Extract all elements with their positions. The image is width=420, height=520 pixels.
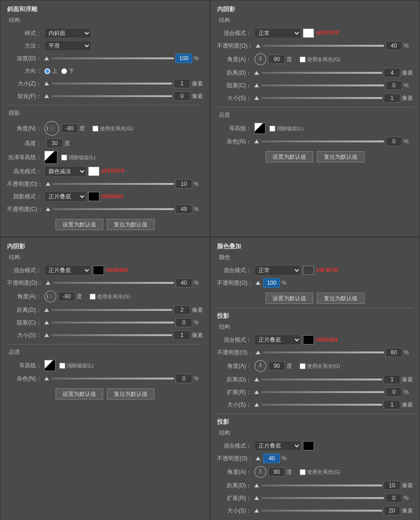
global-light-checkbox[interactable] <box>92 126 98 132</box>
ds2-opacity-value[interactable] <box>263 454 280 463</box>
altitude-value[interactable] <box>46 139 63 148</box>
ds1-blend-color[interactable] <box>303 335 314 344</box>
highlight-mode-select[interactable]: 颜色减淡 <box>44 166 86 176</box>
ds2-spread-value[interactable] <box>385 493 402 503</box>
bl-angle-value[interactable] <box>58 292 75 301</box>
bl-distance-track[interactable] <box>51 309 172 311</box>
dir-down-radio[interactable] <box>61 68 67 74</box>
bl-global-light-checkbox[interactable] <box>90 294 96 300</box>
tr-choke-track[interactable] <box>261 84 384 86</box>
bl-choke-slider[interactable] <box>44 321 49 324</box>
ds1-opacity-slider[interactable] <box>256 351 260 354</box>
tr-angle-value[interactable] <box>268 55 285 64</box>
ds1-global-light-checkbox[interactable] <box>300 363 306 369</box>
dir-up-option[interactable]: 上 <box>44 67 57 75</box>
ds2-size-slider[interactable] <box>254 509 259 513</box>
angle-value[interactable] <box>61 124 78 133</box>
tr-choke-slider[interactable] <box>254 84 259 87</box>
ds2-distance-slider[interactable] <box>254 484 259 487</box>
eliminate-option[interactable]: 消除锯齿(L) <box>61 154 95 161</box>
tr-opacity-slider[interactable] <box>256 44 260 48</box>
tr-opacity-value[interactable] <box>385 41 402 50</box>
bl-opacity-slider[interactable] <box>46 281 50 285</box>
ds2-size-track[interactable] <box>261 510 382 512</box>
tr-size-slider[interactable] <box>254 96 259 100</box>
bl-eliminate-option[interactable]: 消除锯齿(L) <box>59 362 93 369</box>
tr-contour-preview[interactable] <box>254 123 266 134</box>
bl-distance-value[interactable] <box>174 305 190 315</box>
size-value[interactable] <box>174 79 190 88</box>
hl-opacity-value[interactable] <box>175 179 192 189</box>
ds2-angle-value[interactable] <box>268 467 285 477</box>
bl-distance-slider[interactable] <box>44 308 49 312</box>
bl-noise-value[interactable] <box>175 374 192 383</box>
hl-opacity-slider[interactable] <box>46 182 50 186</box>
ds1-global-light-option[interactable]: 使用全局光(G) <box>300 363 340 370</box>
tr-choke-value[interactable] <box>385 81 402 90</box>
shadow-opacity-track[interactable] <box>53 208 174 210</box>
soften-track[interactable] <box>51 95 172 97</box>
ds1-opacity-value[interactable] <box>385 348 402 357</box>
ds2-size-value[interactable] <box>384 506 400 515</box>
bl-choke-track[interactable] <box>51 322 174 323</box>
tr-distance-value[interactable] <box>384 68 400 77</box>
ds1-spread-track[interactable] <box>261 391 384 393</box>
bl-opacity-value[interactable] <box>175 278 192 288</box>
depth-value[interactable] <box>175 54 192 63</box>
style-select[interactable]: 内斜面 <box>44 28 91 38</box>
bl-choke-value[interactable] <box>175 318 192 327</box>
tr-global-light-option[interactable]: 使用全局光(G) <box>300 56 340 63</box>
bl-reset-default-btn[interactable]: 复位为默认值 <box>107 388 154 400</box>
bl-opacity-track[interactable] <box>53 282 174 284</box>
bl-size-slider[interactable] <box>44 333 49 337</box>
ds2-blend-color[interactable] <box>303 441 314 450</box>
bl-angle-dial[interactable] <box>44 290 56 302</box>
bl-global-light-option[interactable]: 使用全局光(G) <box>90 293 130 300</box>
shadow-opacity-slider[interactable] <box>46 207 50 211</box>
ds1-size-value[interactable] <box>384 400 400 409</box>
tr-reset-default-btn[interactable]: 复位为默认值 <box>317 151 364 162</box>
tr-global-light-checkbox[interactable] <box>300 56 306 63</box>
tr-eliminate-option[interactable]: 消除锯齿(L) <box>269 125 303 132</box>
eliminate-checkbox[interactable] <box>61 155 67 161</box>
ds1-spread-value[interactable] <box>385 387 402 397</box>
soften-slider[interactable] <box>44 94 49 98</box>
bl-size-track[interactable] <box>51 334 172 336</box>
bevel-reset-default-btn[interactable]: 复位为默认值 <box>107 219 154 230</box>
soften-value[interactable] <box>174 91 190 101</box>
ds1-spread-slider[interactable] <box>254 390 259 394</box>
ds2-blend-select[interactable]: 正片叠底 <box>254 441 301 451</box>
ds1-distance-slider[interactable] <box>254 378 259 381</box>
bl-noise-slider[interactable] <box>44 377 49 380</box>
hl-opacity-track[interactable] <box>53 183 174 185</box>
shadow-opacity-value[interactable] <box>175 204 192 214</box>
ds1-distance-track[interactable] <box>261 379 382 380</box>
shadow-mode-select[interactable]: 正片叠底 <box>44 191 86 202</box>
br-blend-select[interactable]: 正常 <box>254 265 301 275</box>
bl-set-default-btn[interactable]: 设置为默认值 <box>56 388 103 400</box>
tr-blend-select[interactable]: 正常 <box>254 28 301 38</box>
ds2-global-light-option[interactable]: 使用全局光(G) <box>300 469 340 476</box>
tr-opacity-track[interactable] <box>263 45 384 47</box>
ds2-distance-track[interactable] <box>261 485 382 486</box>
ds1-blend-select[interactable]: 正片叠底 <box>254 335 301 345</box>
bl-blend-select[interactable]: 正片叠底 <box>44 265 91 275</box>
br-opacity-value[interactable] <box>263 278 280 288</box>
ds1-opacity-track[interactable] <box>263 351 384 353</box>
ds2-spread-slider[interactable] <box>254 496 259 500</box>
tr-eliminate-checkbox[interactable] <box>269 126 275 132</box>
depth-track[interactable] <box>51 57 174 59</box>
ds1-size-track[interactable] <box>261 404 382 406</box>
bl-blend-color[interactable] <box>93 266 104 275</box>
bl-eliminate-checkbox[interactable] <box>59 363 65 369</box>
ds1-angle-value[interactable] <box>268 361 285 371</box>
br-opacity-slider[interactable] <box>256 281 260 285</box>
ds1-angle-dial[interactable] <box>254 360 266 372</box>
dir-down-option[interactable]: 下 <box>61 67 74 75</box>
bevel-set-default-btn[interactable]: 设置为默认值 <box>56 219 103 230</box>
tr-noise-value[interactable] <box>385 137 402 146</box>
br-set-default-btn1[interactable]: 设置为默认值 <box>266 293 313 304</box>
tr-blend-color[interactable] <box>303 28 314 38</box>
ds1-distance-value[interactable] <box>384 375 400 384</box>
ds2-distance-value[interactable] <box>384 481 400 490</box>
